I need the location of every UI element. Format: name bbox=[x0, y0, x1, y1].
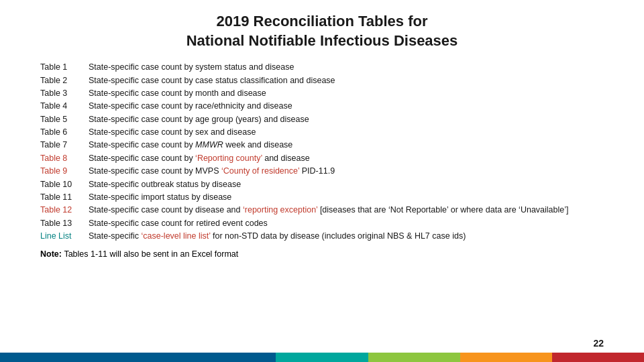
table-label: Table 11 bbox=[40, 191, 89, 204]
table-desc: State-specific ‘case-level line list’ fo… bbox=[89, 230, 604, 243]
table-desc: State-specific case count by ‘Reporting … bbox=[89, 152, 604, 165]
table-row: Table 12State-specific case count by dis… bbox=[40, 204, 604, 217]
table-row: Table 1State-specific case count by syst… bbox=[40, 61, 604, 74]
bottom-bar bbox=[0, 353, 644, 362]
table-row: Table 6State-specific case count by sex … bbox=[40, 126, 604, 139]
note-section: Note: Tables 1-11 will also be sent in a… bbox=[40, 249, 604, 259]
table-label: Table 7 bbox=[40, 139, 89, 152]
table-label: Table 3 bbox=[40, 87, 89, 100]
table-desc: State-specific case count by case status… bbox=[89, 74, 604, 87]
table-desc: State-specific case count by age group (… bbox=[89, 113, 604, 126]
table-row: Table 3State-specific case count by mont… bbox=[40, 87, 604, 100]
table-desc: State-specific case count by month and d… bbox=[89, 87, 604, 100]
table-desc: State-specific case count by system stat… bbox=[89, 61, 604, 74]
table-label: Table 10 bbox=[40, 178, 89, 191]
table-row: Table 5State-specific case count by age … bbox=[40, 113, 604, 126]
table-desc: State-specific outbreak status by diseas… bbox=[89, 178, 604, 191]
table-desc: State-specific import status by disease bbox=[89, 191, 604, 204]
bar-segment bbox=[368, 353, 460, 362]
page-number: 22 bbox=[593, 338, 604, 349]
table-list: Table 1State-specific case count by syst… bbox=[40, 61, 604, 243]
table-row: Table 2State-specific case count by case… bbox=[40, 74, 604, 87]
table-row: Table 13State-specific case count for re… bbox=[40, 217, 604, 230]
table-row: Table 4State-specific case count by race… bbox=[40, 100, 604, 113]
table-label: Table 5 bbox=[40, 113, 89, 126]
table-row: Table 10State-specific outbreak status b… bbox=[40, 178, 604, 191]
bar-segment bbox=[276, 353, 368, 362]
table-desc: State-specific case count by MMWR week a… bbox=[89, 139, 604, 152]
page-title: 2019 Reconciliation Tables for National … bbox=[40, 12, 604, 50]
bar-segment bbox=[552, 353, 644, 362]
table-desc: State-specific case count for retired ev… bbox=[89, 217, 604, 230]
table-row: Table 11State-specific import status by … bbox=[40, 191, 604, 204]
bar-segment bbox=[460, 353, 552, 362]
table-desc: State-specific case count by MVPS ‘Count… bbox=[89, 165, 604, 178]
table-row: Table 8State-specific case count by ‘Rep… bbox=[40, 152, 604, 165]
table-label: Table 4 bbox=[40, 100, 89, 113]
table-label: Table 1 bbox=[40, 61, 89, 74]
table-row: Table 7State-specific case count by MMWR… bbox=[40, 139, 604, 152]
table-desc: State-specific case count by disease and… bbox=[89, 204, 604, 217]
table-desc: State-specific case count by race/ethnic… bbox=[89, 100, 604, 113]
table-label: Table 13 bbox=[40, 217, 89, 230]
note-text: Tables 1-11 will also be sent in an Exce… bbox=[64, 249, 238, 259]
table-label: Table 8 bbox=[40, 152, 89, 165]
bar-segment bbox=[0, 353, 276, 362]
table-row: Table 9State-specific case count by MVPS… bbox=[40, 165, 604, 178]
table-label: Table 12 bbox=[40, 204, 89, 217]
table-desc: State-specific case count by sex and dis… bbox=[89, 126, 604, 139]
table-label: Table 6 bbox=[40, 126, 89, 139]
note-label: Note: bbox=[40, 249, 64, 259]
main-content: 2019 Reconciliation Tables for National … bbox=[0, 0, 644, 265]
table-label: Line List bbox=[40, 230, 89, 243]
table-row: Line ListState-specific ‘case-level line… bbox=[40, 230, 604, 243]
table-label: Table 9 bbox=[40, 165, 89, 178]
table-label: Table 2 bbox=[40, 74, 89, 87]
